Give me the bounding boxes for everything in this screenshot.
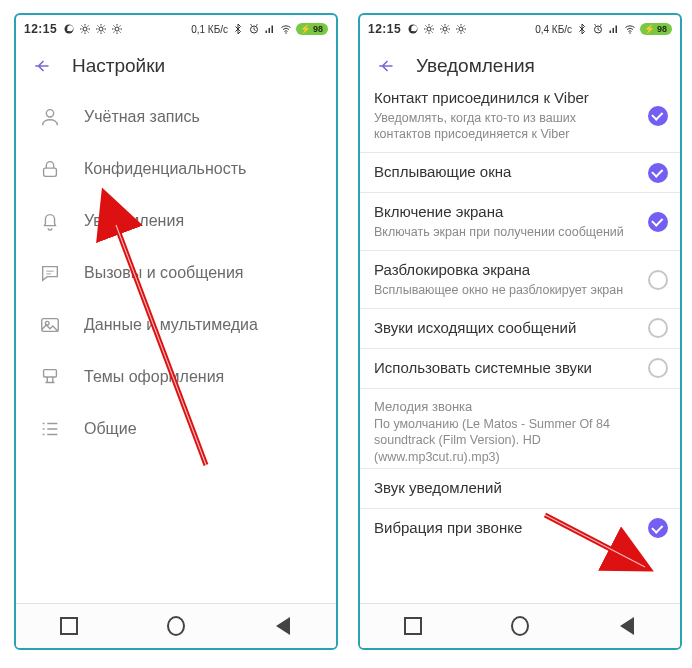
recent-apps-button[interactable] bbox=[404, 617, 422, 635]
sidebar-item-calls[interactable]: Вызовы и сообщения bbox=[16, 247, 336, 299]
svg-point-15 bbox=[443, 27, 447, 31]
sidebar-item-label: Темы оформления bbox=[84, 368, 224, 386]
svg-point-14 bbox=[427, 27, 431, 31]
svg-point-18 bbox=[629, 32, 631, 34]
back-button[interactable] bbox=[274, 617, 292, 635]
notif-item-popups[interactable]: Всплывающие окна bbox=[360, 152, 680, 192]
sidebar-item-label: Учётная запись bbox=[84, 108, 200, 126]
section-head: Мелодия звонка bbox=[374, 399, 666, 414]
phone-settings: 12:15 0,1 КБ/с ⚡98 Настройки bbox=[14, 13, 338, 650]
item-title: Вибрация при звонке bbox=[374, 519, 630, 538]
notif-item-contact-joined[interactable]: Контакт присоединился к Viber Уведомлять… bbox=[360, 91, 680, 152]
settings-small-icon-3 bbox=[455, 23, 467, 35]
user-icon bbox=[38, 105, 62, 129]
item-title: Включение экрана bbox=[374, 203, 630, 222]
svg-rect-7 bbox=[44, 168, 57, 176]
back-icon[interactable] bbox=[374, 55, 396, 77]
item-subtitle: Всплывающее окно не разблокирует экран bbox=[374, 282, 630, 298]
nav-bar bbox=[360, 603, 680, 648]
sidebar-item-notifications[interactable]: Уведомления bbox=[16, 195, 336, 247]
back-button[interactable] bbox=[618, 617, 636, 635]
svg-point-5 bbox=[285, 32, 287, 34]
settings-small-icon bbox=[79, 23, 91, 35]
clock: 12:15 bbox=[24, 22, 57, 36]
toggle-on-icon[interactable] bbox=[648, 106, 668, 126]
data-rate: 0,4 КБ/с bbox=[535, 24, 572, 35]
title-bar: Настройки bbox=[16, 41, 336, 91]
svg-point-1 bbox=[83, 27, 87, 31]
list-icon bbox=[38, 417, 62, 441]
notif-item-unlock[interactable]: Разблокировка экрана Всплывающее окно не… bbox=[360, 250, 680, 308]
whatsapp-icon bbox=[407, 23, 419, 35]
lock-icon bbox=[38, 157, 62, 181]
notif-item-outgoing-sounds[interactable]: Звуки исходящих сообщений bbox=[360, 308, 680, 348]
page-title: Уведомления bbox=[416, 55, 535, 77]
item-title: Использовать системные звуки bbox=[374, 359, 630, 378]
bell-icon bbox=[38, 209, 62, 233]
back-icon[interactable] bbox=[30, 55, 52, 77]
toggle-on-icon[interactable] bbox=[648, 518, 668, 538]
svg-rect-10 bbox=[44, 370, 57, 377]
page-title: Настройки bbox=[72, 55, 165, 77]
item-title: Контакт присоединился к Viber bbox=[374, 91, 630, 108]
sidebar-item-general[interactable]: Общие bbox=[16, 403, 336, 455]
svg-point-6 bbox=[46, 110, 53, 117]
data-rate: 0,1 КБ/с bbox=[191, 24, 228, 35]
status-bar: 12:15 0,4 КБ/с ⚡98 bbox=[360, 15, 680, 41]
sidebar-item-label: Уведомления bbox=[84, 212, 184, 230]
item-title: Всплывающие окна bbox=[374, 163, 630, 182]
title-bar: Уведомления bbox=[360, 41, 680, 91]
toggle-off-icon[interactable] bbox=[648, 358, 668, 378]
nav-bar bbox=[16, 603, 336, 648]
sidebar-item-media[interactable]: Данные и мультимедиа bbox=[16, 299, 336, 351]
section-body: По умолчанию (Le Matos - Summer Of 84 so… bbox=[374, 416, 666, 467]
sidebar-item-privacy[interactable]: Конфиденциальность bbox=[16, 143, 336, 195]
sidebar-item-label: Конфиденциальность bbox=[84, 160, 246, 178]
toggle-off-icon[interactable] bbox=[648, 270, 668, 290]
sidebar-item-label: Данные и мультимедиа bbox=[84, 316, 258, 334]
phone-notifications: 12:15 0,4 КБ/с ⚡98 Уведомления bbox=[358, 13, 682, 650]
battery-indicator: ⚡98 bbox=[640, 23, 672, 35]
item-subtitle: Включать экран при получении сообщений bbox=[374, 224, 630, 240]
alarm-icon bbox=[592, 23, 604, 35]
chat-icon bbox=[38, 261, 62, 285]
toggle-on-icon[interactable] bbox=[648, 163, 668, 183]
settings-small-icon-3 bbox=[111, 23, 123, 35]
svg-point-2 bbox=[99, 27, 103, 31]
notif-item-system-sounds[interactable]: Использовать системные звуки bbox=[360, 348, 680, 388]
signal-icon bbox=[608, 23, 620, 35]
sidebar-item-label: Вызовы и сообщения bbox=[84, 264, 244, 282]
notif-item-notif-sound[interactable]: Звук уведомлений bbox=[360, 468, 680, 508]
settings-small-icon-2 bbox=[439, 23, 451, 35]
settings-list: Учётная запись Конфиденциальность Уведом… bbox=[16, 91, 336, 603]
item-title: Звуки исходящих сообщений bbox=[374, 319, 630, 338]
wifi-icon bbox=[624, 23, 636, 35]
sidebar-item-themes[interactable]: Темы оформления bbox=[16, 351, 336, 403]
image-icon bbox=[38, 313, 62, 337]
settings-small-icon bbox=[423, 23, 435, 35]
section-ringtone[interactable]: Мелодия звонка По умолчанию (Le Matos - … bbox=[360, 388, 680, 469]
wifi-icon bbox=[280, 23, 292, 35]
bluetooth-icon bbox=[232, 23, 244, 35]
sidebar-item-account[interactable]: Учётная запись bbox=[16, 91, 336, 143]
brush-icon bbox=[38, 365, 62, 389]
status-bar: 12:15 0,1 КБ/с ⚡98 bbox=[16, 15, 336, 41]
notif-item-vibrate[interactable]: Вибрация при звонке bbox=[360, 508, 680, 548]
clock: 12:15 bbox=[368, 22, 401, 36]
settings-small-icon-2 bbox=[95, 23, 107, 35]
notification-list[interactable]: Контакт присоединился к Viber Уведомлять… bbox=[360, 91, 680, 603]
bluetooth-icon bbox=[576, 23, 588, 35]
sidebar-item-label: Общие bbox=[84, 420, 137, 438]
item-title: Разблокировка экрана bbox=[374, 261, 630, 280]
toggle-on-icon[interactable] bbox=[648, 212, 668, 232]
battery-indicator: ⚡98 bbox=[296, 23, 328, 35]
signal-icon bbox=[264, 23, 276, 35]
alarm-icon bbox=[248, 23, 260, 35]
home-button[interactable] bbox=[511, 617, 529, 635]
item-subtitle: Уведомлять, когда кто-то из ваших контак… bbox=[374, 110, 630, 143]
notif-item-screen-on[interactable]: Включение экрана Включать экран при полу… bbox=[360, 192, 680, 250]
home-button[interactable] bbox=[167, 617, 185, 635]
recent-apps-button[interactable] bbox=[60, 617, 78, 635]
svg-point-3 bbox=[115, 27, 119, 31]
toggle-off-icon[interactable] bbox=[648, 318, 668, 338]
